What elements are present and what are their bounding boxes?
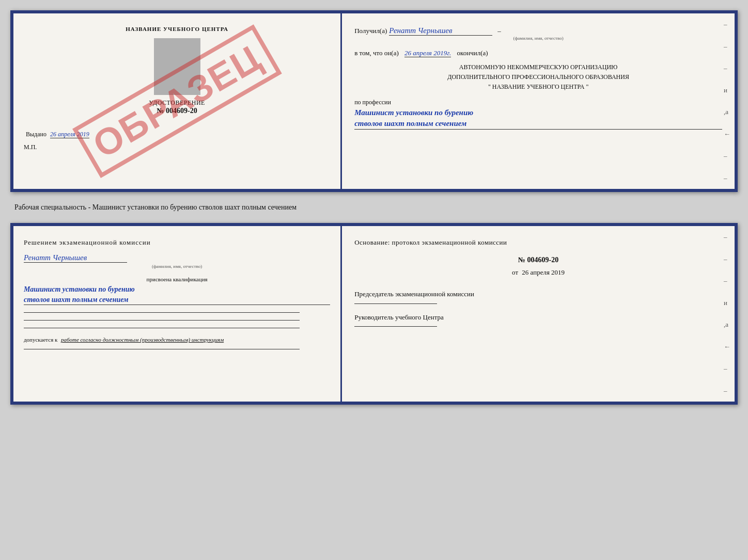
okoncil-label: окончил(а) (457, 49, 488, 57)
vtom-date: 26 апреля 2019г. (404, 49, 451, 57)
protocol-date-val: 26 апреля 2019 (522, 268, 565, 276)
prof-label: по профессии (354, 99, 722, 106)
руководитель-sig-line (354, 326, 437, 327)
person-block: Ренатт Чернышев (фамилия, имя, отчество) (24, 253, 330, 269)
profession-block: по профессии Машинист установки по бурен… (354, 99, 722, 130)
qual-label: присвоена квалификация (24, 276, 330, 282)
received-name: Ренатт Чернышев (389, 26, 492, 36)
booklet1-right: – – – и ,а ← – – Получил(а) Ренатт Черны… (342, 13, 735, 189)
between-text: Рабочая специальность - Машинист установ… (10, 201, 738, 214)
page-wrapper: НАЗВАНИЕ УЧЕБНОГО ЦЕНТРА УДОСТОВЕРЕНИЕ №… (10, 10, 738, 405)
qual-name: Машинист установки по бурению стволов ша… (24, 284, 330, 305)
booklet1-center-title: НАЗВАНИЕ УЧЕБНОГО ЦЕНТРА (24, 26, 330, 32)
org-block: АВТОНОМНУЮ НЕКОММЕРЧЕСКУЮ ОРГАНИЗАЦИЮ ДО… (354, 62, 722, 92)
допуск-text: работе согласно должностным (производств… (61, 337, 224, 343)
и-char2: и (724, 299, 730, 307)
mp-line: М.П. (24, 143, 330, 151)
org-line3: " НАЗВАНИЕ УЧЕБНОГО ЦЕНТРА " (354, 82, 722, 92)
left-arrow: ← (724, 130, 730, 138)
udost-title: УДОСТОВЕРЕНИЕ (24, 99, 330, 107)
vtom-line: в том, что он(а) 26 апреля 2019г. окончи… (354, 49, 722, 57)
line1 (24, 312, 300, 313)
right-dashes-2: – – – и ,а ← – – (724, 226, 730, 402)
а-char: ,а (724, 108, 730, 116)
received-sub: (фамилия, имя, отчество) (354, 36, 722, 41)
udost-number: № 004609-20 (24, 107, 330, 115)
chairman-block: Председатель экзаменационной комиссии (354, 289, 722, 304)
line3 (24, 328, 300, 328)
prof-name: Машинист установки по бурению стволов ша… (354, 107, 722, 130)
org-line2: ДОПОЛНИТЕЛЬНОГО ПРОФЕССИОНАЛЬНОГО ОБРАЗО… (354, 72, 722, 82)
допуск-label: допускается к (24, 337, 57, 343)
и-char: и (724, 86, 730, 94)
chairman-sig-line (354, 303, 437, 304)
qual-name1: Машинист установки по бурению (24, 285, 135, 293)
photo-placeholder (154, 38, 200, 95)
issued-label: Выдано (26, 131, 46, 138)
booklet-2: Решением экзаменационной комиссии Ренатт… (10, 223, 738, 405)
line4 (24, 349, 300, 349)
prof-name2: стволов шахт полным сечением (354, 119, 466, 127)
protocol-number: № 004609-20 (354, 256, 722, 264)
protocol-date: от 26 апреля 2019 (354, 268, 722, 277)
line2 (24, 320, 300, 321)
osnov-title: Основание: протокол экзаменационной коми… (354, 238, 722, 247)
booklet2-right: – – – и ,а ← – – Основание: протокол экз… (342, 226, 735, 402)
issued-date: 26 апреля 2019 (50, 131, 89, 138)
person-name: Ренатт Чернышев (24, 253, 127, 263)
org-line1: АВТОНОМНУЮ НЕКОММЕРЧЕСКУЮ ОРГАНИЗАЦИЮ (354, 62, 722, 72)
fio-sub: (фамилия, имя, отчество) (24, 264, 330, 269)
а-char2: ,а (724, 321, 730, 329)
booklet1-left: НАЗВАНИЕ УЧЕБНОГО ЦЕНТРА УДОСТОВЕРЕНИЕ №… (13, 13, 342, 189)
booklet-1: НАЗВАНИЕ УЧЕБНОГО ЦЕНТРА УДОСТОВЕРЕНИЕ №… (10, 10, 738, 192)
допуск-line: допускается к работе согласно должностны… (24, 337, 330, 343)
chairman-label: Председатель экзаменационной комиссии (354, 289, 722, 299)
prof-name1: Машинист установки по бурению (354, 108, 473, 117)
lines-block (24, 312, 330, 328)
vtom-label: в том, что он(а) (354, 49, 399, 57)
booklet2-left: Решением экзаменационной комиссии Ренатт… (13, 226, 342, 402)
issued-line: Выдано 26 апреля 2019 (24, 131, 330, 138)
qual-name2: стволов шахт полным сечением (24, 296, 129, 303)
руководитель-label: Руководитель учебного Центра (354, 312, 722, 323)
received-dash: – (497, 27, 501, 35)
left-arrow2: ← (724, 343, 730, 351)
received-block: Получил(а) Ренатт Чернышев – (фамилия, и… (354, 26, 722, 41)
udost-block: УДОСТОВЕРЕНИЕ № 004609-20 (24, 99, 330, 115)
right-dashes: – – – и ,а ← – – (724, 13, 730, 189)
protocol-date-label: от (512, 268, 518, 276)
decision-title: Решением экзаменационной комиссии (24, 238, 330, 247)
руководитель-block: Руководитель учебного Центра (354, 312, 722, 327)
received-label: Получил(а) (354, 27, 387, 35)
